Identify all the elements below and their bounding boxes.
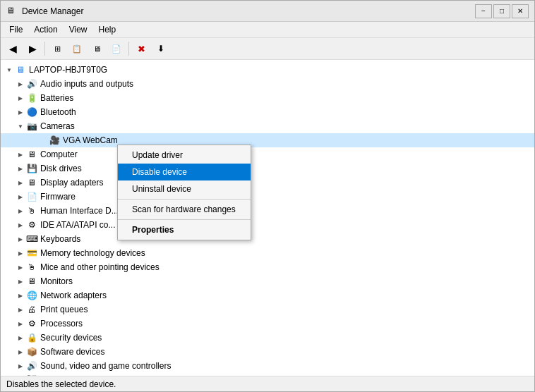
memory-icon: 💳 bbox=[26, 247, 37, 259]
tree-item-bluetooth[interactable]: ▶ 🔵 Bluetooth bbox=[1, 105, 534, 119]
tree-item-cameras[interactable]: ▼ 📷 Cameras bbox=[1, 119, 534, 133]
tree-item-display[interactable]: ▶ 🖥 Display adapters bbox=[1, 176, 534, 190]
scan-button[interactable]: ⬇ bbox=[152, 40, 170, 57]
menu-help[interactable]: Help bbox=[93, 23, 122, 36]
disk-expander[interactable]: ▶ bbox=[15, 163, 26, 174]
cameras-icon: 📷 bbox=[26, 121, 37, 132]
forward-button[interactable]: ▶ bbox=[23, 40, 42, 57]
device-button[interactable]: 🖥 bbox=[88, 40, 106, 57]
window-title: Device Manager bbox=[22, 6, 83, 16]
processors-label: Processors bbox=[40, 319, 83, 329]
audio-expander[interactable]: ▶ bbox=[15, 78, 26, 90]
tree-item-print[interactable]: ▶ 🖨 Print queues bbox=[1, 302, 534, 317]
tree-root[interactable]: ▼ 🖥 LAPTOP-HBJT9T0G bbox=[1, 63, 534, 77]
tree-item-sound[interactable]: ▶ 🔊 Sound, video and game controllers bbox=[1, 359, 534, 373]
view-button[interactable]: ⊞ bbox=[48, 40, 66, 57]
ctx-update-driver[interactable]: Update driver bbox=[118, 147, 251, 164]
bluetooth-expander[interactable]: ▶ bbox=[15, 106, 26, 118]
security-label: Security devices bbox=[40, 333, 102, 343]
monitors-icon: 🖥 bbox=[26, 276, 37, 287]
menu-view[interactable]: View bbox=[64, 23, 93, 36]
update-button[interactable]: 📄 bbox=[107, 40, 126, 57]
storage-label: Storage controllers bbox=[40, 375, 112, 376]
network-expander[interactable]: ▶ bbox=[15, 290, 26, 301]
properties-button[interactable]: 📋 bbox=[68, 40, 86, 57]
context-menu: Update driver Disable device Uninstall d… bbox=[117, 145, 251, 240]
title-bar: 🖥 Device Manager − □ ✕ bbox=[1, 1, 534, 22]
ctx-properties[interactable]: Properties bbox=[118, 221, 251, 238]
human-label: Human Interface D... bbox=[40, 206, 119, 216]
toolbar: ◀ ▶ ⊞ 📋 🖥 📄 ✖ ⬇ bbox=[1, 38, 534, 60]
firmware-icon: 📄 bbox=[26, 191, 37, 202]
menu-file[interactable]: File bbox=[4, 23, 28, 36]
cameras-expander[interactable]: ▼ bbox=[15, 121, 26, 132]
tree-panel[interactable]: ▼ 🖥 LAPTOP-HBJT9T0G ▶ 🔊 Audio inputs and… bbox=[1, 60, 534, 376]
bluetooth-icon: 🔵 bbox=[26, 106, 37, 118]
display-icon: 🖥 bbox=[26, 177, 37, 188]
tree-item-keyboards[interactable]: ▶ ⌨ Keyboards bbox=[1, 232, 534, 246]
tree-item-storage[interactable]: ▶ 💾 Storage controllers bbox=[1, 373, 534, 376]
tree-item-monitors[interactable]: ▶ 🖥 Monitors bbox=[1, 274, 534, 288]
tree-item-webcam[interactable]: ▶ 🎥 VGA WebCam bbox=[1, 133, 534, 147]
root-expander[interactable]: ▼ bbox=[4, 64, 15, 75]
ctx-disable-device[interactable]: Disable device bbox=[118, 164, 251, 180]
monitors-expander[interactable]: ▶ bbox=[15, 276, 26, 287]
software-label: Software devices bbox=[40, 347, 104, 357]
tree-item-firmware[interactable]: ▶ 📄 Firmware bbox=[1, 190, 534, 204]
tree-item-disk[interactable]: ▶ 💾 Disk drives bbox=[1, 161, 534, 176]
bluetooth-label: Bluetooth bbox=[40, 107, 76, 117]
processors-icon: ⚙ bbox=[26, 318, 37, 329]
ctx-uninstall-device[interactable]: Uninstall device bbox=[118, 180, 251, 197]
computer-label: Computer bbox=[40, 149, 78, 159]
software-expander[interactable]: ▶ bbox=[15, 346, 26, 357]
firmware-expander[interactable]: ▶ bbox=[15, 191, 26, 202]
storage-expander[interactable]: ▶ bbox=[15, 374, 26, 376]
print-expander[interactable]: ▶ bbox=[15, 304, 26, 315]
mice-expander[interactable]: ▶ bbox=[15, 262, 26, 273]
content-area: ▼ 🖥 LAPTOP-HBJT9T0G ▶ 🔊 Audio inputs and… bbox=[1, 60, 534, 376]
memory-label: Memory technology devices bbox=[40, 248, 145, 258]
close-button[interactable]: ✕ bbox=[512, 4, 529, 18]
tree-item-computer[interactable]: ▶ 🖥 Computer bbox=[1, 147, 534, 161]
minimize-button[interactable]: − bbox=[475, 4, 492, 18]
batteries-expander[interactable]: ▶ bbox=[15, 92, 26, 104]
menu-action[interactable]: Action bbox=[28, 23, 63, 36]
ide-label: IDE ATA/ATAPI co... bbox=[40, 220, 115, 230]
tree-item-mice[interactable]: ▶ 🖱 Mice and other pointing devices bbox=[1, 260, 534, 274]
network-icon: 🌐 bbox=[26, 290, 37, 301]
ctx-separator-2 bbox=[118, 219, 251, 220]
ctx-scan-hardware[interactable]: Scan for hardware changes bbox=[118, 201, 251, 218]
computer-expander[interactable]: ▶ bbox=[15, 149, 26, 160]
tree-item-audio[interactable]: ▶ 🔊 Audio inputs and outputs bbox=[1, 77, 534, 91]
tree-item-batteries[interactable]: ▶ 🔋 Batteries bbox=[1, 91, 534, 105]
security-expander[interactable]: ▶ bbox=[15, 332, 26, 343]
tree-item-ide[interactable]: ▶ ⚙ IDE ATA/ATAPI co... bbox=[1, 218, 534, 232]
keyboards-expander[interactable]: ▶ bbox=[15, 233, 26, 245]
sound-label: Sound, video and game controllers bbox=[40, 361, 171, 371]
maximize-button[interactable]: □ bbox=[493, 4, 510, 18]
computer-icon: 🖥 bbox=[15, 64, 26, 75]
display-expander[interactable]: ▶ bbox=[15, 177, 26, 188]
tree-item-security[interactable]: ▶ 🔒 Security devices bbox=[1, 331, 534, 345]
processors-expander[interactable]: ▶ bbox=[15, 318, 26, 329]
window-icon: 🖥 bbox=[6, 6, 18, 17]
tree-item-memory[interactable]: ▶ 💳 Memory technology devices bbox=[1, 246, 534, 260]
ctx-separator-1 bbox=[118, 199, 251, 200]
batteries-label: Batteries bbox=[40, 93, 73, 103]
tree-item-processors[interactable]: ▶ ⚙ Processors bbox=[1, 317, 534, 331]
ide-expander[interactable]: ▶ bbox=[15, 219, 26, 231]
human-expander[interactable]: ▶ bbox=[15, 205, 26, 216]
toolbar-sep-2 bbox=[128, 42, 129, 56]
firmware-label: Firmware bbox=[40, 192, 76, 202]
sound-expander[interactable]: ▶ bbox=[15, 360, 26, 372]
tree-item-network[interactable]: ▶ 🌐 Network adapters bbox=[1, 288, 534, 302]
tree-item-software[interactable]: ▶ 📦 Software devices bbox=[1, 345, 534, 359]
network-label: Network adapters bbox=[40, 290, 107, 300]
memory-expander[interactable]: ▶ bbox=[15, 247, 26, 259]
tree-item-human[interactable]: ▶ 🖱 Human Interface D... bbox=[1, 204, 534, 218]
uninstall-button[interactable]: ✖ bbox=[132, 40, 150, 57]
root-label: LAPTOP-HBJT9T0G bbox=[29, 65, 107, 75]
disk-icon: 💾 bbox=[26, 163, 37, 174]
back-button[interactable]: ◀ bbox=[4, 40, 22, 57]
cameras-label: Cameras bbox=[40, 121, 75, 131]
